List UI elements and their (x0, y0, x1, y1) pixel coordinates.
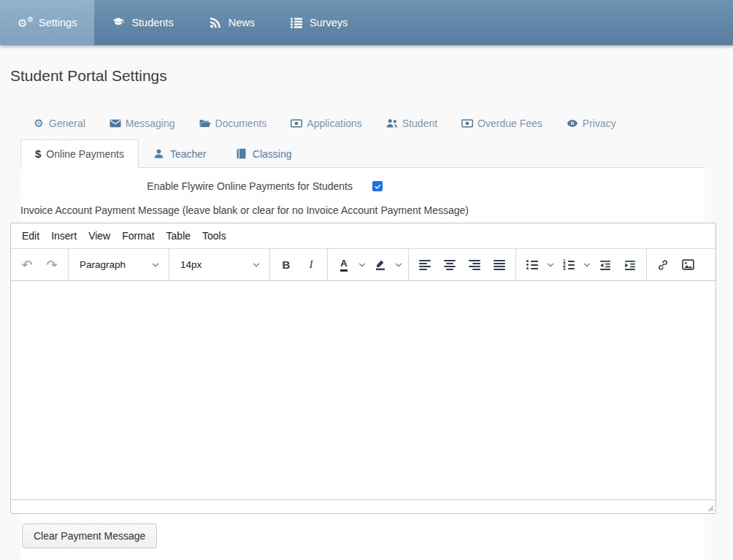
money-bill-icon (461, 118, 473, 129)
editor-content-area[interactable] (11, 281, 715, 499)
nav-item-settings[interactable]: ⚙ ⚙ Settings (0, 0, 94, 45)
users-icon (386, 118, 398, 129)
nav-item-news[interactable]: News (191, 0, 272, 45)
menu-tools[interactable]: Tools (196, 226, 232, 245)
tab-privacy[interactable]: Privacy (567, 118, 616, 129)
eye-icon (567, 118, 578, 129)
menu-format[interactable]: Format (116, 226, 160, 245)
redo-button[interactable]: ↷ (39, 253, 64, 277)
money-bill-icon (291, 118, 302, 129)
numbered-list-button[interactable]: 1 2 3 (556, 253, 581, 277)
enable-flywire-row: Enable Flywire Online Payments for Stude… (20, 168, 705, 192)
nav-item-label: Surveys (310, 17, 348, 28)
bold-button[interactable]: B (274, 253, 299, 277)
menu-view[interactable]: View (82, 226, 116, 245)
tab-student[interactable]: Student (386, 118, 437, 129)
tab-label: Privacy (583, 118, 616, 129)
undo-button[interactable]: ↶ (15, 253, 39, 277)
align-right-button[interactable] (462, 253, 487, 277)
tab-label: Documents (215, 118, 267, 129)
tab-documents[interactable]: Documents (199, 118, 267, 129)
nav-item-surveys[interactable]: Surveys (272, 0, 365, 45)
rss-icon (209, 17, 222, 28)
paragraph-select[interactable]: Paragraph (72, 253, 165, 277)
chevron-down-icon (253, 261, 260, 269)
highlighter-icon (375, 259, 386, 271)
outdent-icon (599, 259, 611, 271)
tab-messaging[interactable]: Messaging (110, 118, 175, 129)
tab-label: Overdue Fees (477, 118, 542, 129)
dollar-icon: $ (35, 147, 41, 160)
bullet-list-button[interactable] (520, 253, 545, 277)
forecolor-button[interactable]: A (331, 253, 356, 277)
tab-label: Classing (253, 148, 292, 160)
editor-menubar: Edit Insert View Format Table Tools (11, 223, 715, 248)
tab-label: Teacher (170, 148, 207, 160)
align-center-button[interactable] (437, 253, 462, 277)
image-icon (682, 258, 694, 271)
list-indent-group: 1 2 3 (516, 249, 647, 280)
page-title: Student Portal Settings (10, 67, 733, 85)
editor-toolbar: ↶ ↷ Paragraph 14px B I A (11, 248, 715, 281)
nav-item-label: Students (131, 17, 173, 28)
link-button[interactable] (651, 253, 675, 277)
italic-button[interactable]: I (299, 253, 323, 277)
tab-label: Online Payments (46, 148, 124, 160)
tab-label: Messaging (126, 118, 175, 129)
indent-button[interactable] (618, 253, 642, 277)
align-left-button[interactable] (412, 253, 437, 277)
nav-item-label: Settings (39, 17, 77, 28)
redo-icon: ↷ (46, 258, 57, 272)
menu-insert[interactable]: Insert (45, 226, 82, 245)
tab-teacher[interactable]: Teacher (139, 139, 221, 168)
chevron-down-icon (152, 261, 159, 269)
envelope-icon (110, 118, 121, 129)
chevron-down-icon (395, 261, 402, 269)
chevron-down-icon (583, 261, 591, 269)
payment-sub-tabs: $ Online Payments Teacher Classing (20, 139, 705, 168)
outdent-button[interactable] (593, 253, 618, 277)
nav-item-label: News (229, 17, 255, 28)
tab-online-payments[interactable]: $ Online Payments (20, 139, 139, 168)
align-left-icon (419, 260, 431, 270)
forecolor-menu-button[interactable] (356, 253, 368, 277)
block-format-group: Paragraph (69, 249, 169, 280)
tab-general[interactable]: ⚙ General (33, 118, 85, 129)
tab-applications[interactable]: Applications (291, 118, 362, 129)
tab-label: Applications (307, 118, 362, 129)
enable-flywire-checkbox[interactable] (372, 181, 383, 191)
menu-edit[interactable]: Edit (16, 226, 45, 245)
cogs-icon: ⚙ ⚙ (18, 16, 32, 29)
user-icon (153, 148, 165, 160)
align-justify-button[interactable] (487, 253, 512, 277)
tab-classing[interactable]: Classing (221, 139, 307, 168)
numbered-list-menu-button[interactable] (581, 253, 593, 277)
top-navbar: ⚙ ⚙ Settings Students News Surveys (0, 0, 733, 45)
tab-overdue-fees[interactable]: Overdue Fees (461, 118, 542, 129)
clear-payment-message-button[interactable]: Clear Payment Message (22, 523, 157, 548)
numbered-list-icon: 1 2 3 (563, 260, 575, 269)
backcolor-button[interactable] (368, 253, 393, 277)
online-payments-panel: Enable Flywire Online Payments for Stude… (20, 168, 705, 560)
image-button[interactable] (675, 253, 700, 277)
settings-tabs: ⚙ General Messaging Documents Applicatio… (33, 118, 733, 129)
backcolor-menu-button[interactable] (393, 253, 404, 277)
history-group: ↶ ↷ (11, 249, 69, 280)
bold-icon: B (283, 258, 291, 271)
text-style-group: B I (270, 249, 328, 280)
bullet-list-menu-button[interactable] (545, 253, 556, 277)
undo-icon: ↶ (21, 258, 32, 272)
folder-open-icon (199, 118, 211, 129)
resize-handle[interactable] (705, 502, 715, 513)
align-justify-icon (494, 260, 505, 270)
align-right-icon (469, 260, 480, 270)
nav-item-students[interactable]: Students (94, 0, 191, 45)
tab-label: Student (402, 118, 437, 129)
paragraph-select-value: Paragraph (80, 259, 126, 270)
chevron-down-icon (547, 261, 554, 269)
italic-icon: I (310, 258, 313, 271)
payment-message-editor: Edit Insert View Format Table Tools ↶ ↷ … (10, 223, 716, 514)
fontsize-select[interactable]: 14px (173, 253, 266, 277)
menu-table[interactable]: Table (161, 226, 196, 245)
chevron-down-icon (358, 261, 366, 269)
